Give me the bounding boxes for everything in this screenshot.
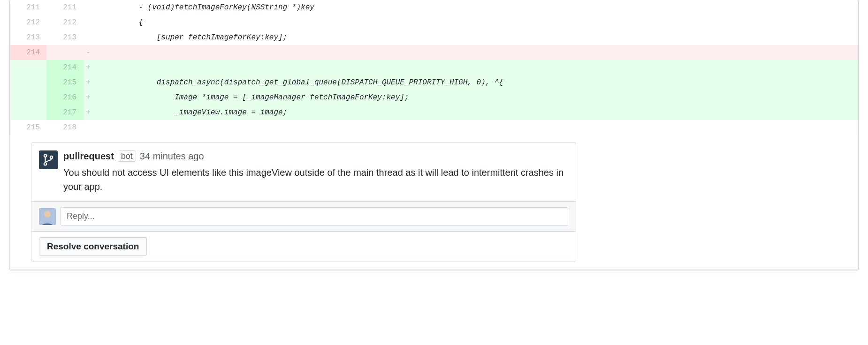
diff-panel: 211211 - (void)fetchImageForKey(NSString… <box>9 0 859 270</box>
old-line-number[interactable] <box>10 75 46 90</box>
code-line[interactable]: - (void)fetchImageForKey(NSString *)key <box>93 0 858 15</box>
user-avatar-icon <box>39 208 56 225</box>
code-line[interactable]: { <box>93 15 858 30</box>
old-line-number[interactable]: 213 <box>10 30 46 45</box>
diff-marker: + <box>83 105 93 120</box>
svg-point-4 <box>44 211 51 218</box>
avatar[interactable] <box>39 150 58 169</box>
diff-marker: + <box>83 90 93 105</box>
comment-header: pullrequest bot 34 minutes ago You shoul… <box>31 143 576 201</box>
comment-author[interactable]: pullrequest <box>63 151 114 162</box>
review-comment: pullrequest bot 34 minutes ago You shoul… <box>31 142 576 262</box>
new-line-number[interactable]: 218 <box>46 120 83 135</box>
old-line-number[interactable]: 211 <box>10 0 46 15</box>
diff-marker <box>83 30 93 45</box>
diff-table: 211211 - (void)fetchImageForKey(NSString… <box>10 0 858 135</box>
new-line-number[interactable]: 211 <box>46 0 83 15</box>
diff-row: 213213 [super fetchImageforKey:key]; <box>10 30 858 45</box>
code-line[interactable]: dispatch_async(dispatch_get_global_queue… <box>93 75 858 90</box>
diff-marker: - <box>83 45 93 60</box>
diff-marker <box>83 15 93 30</box>
svg-point-2 <box>50 156 53 158</box>
resolve-conversation-button[interactable]: Resolve conversation <box>39 237 147 256</box>
old-line-number[interactable] <box>10 105 46 120</box>
comment-body: You should not access UI elements like t… <box>63 165 568 194</box>
diff-row: 217+ _imageView.image = image; <box>10 105 858 120</box>
git-branch-icon <box>42 154 54 166</box>
diff-row: 214- <box>10 45 858 60</box>
reply-input[interactable] <box>61 207 568 225</box>
code-line[interactable] <box>93 120 858 135</box>
new-line-number[interactable] <box>46 45 83 60</box>
comment-area: pullrequest bot 34 minutes ago You shoul… <box>10 135 858 270</box>
diff-row: 212212 { <box>10 15 858 30</box>
old-line-number[interactable]: 212 <box>10 15 46 30</box>
old-line-number[interactable] <box>10 60 46 75</box>
diff-row: 215218 <box>10 120 858 135</box>
svg-point-1 <box>44 163 46 165</box>
diff-marker <box>83 0 93 15</box>
current-user-avatar[interactable] <box>39 208 56 225</box>
new-line-number[interactable]: 217 <box>46 105 83 120</box>
svg-point-0 <box>44 155 46 157</box>
diff-row: 215+ dispatch_async(dispatch_get_global_… <box>10 75 858 90</box>
code-line[interactable]: [super fetchImageforKey:key]; <box>93 30 858 45</box>
reply-section <box>31 201 576 231</box>
new-line-number[interactable]: 215 <box>46 75 83 90</box>
diff-row: 214+ <box>10 60 858 75</box>
new-line-number[interactable]: 216 <box>46 90 83 105</box>
old-line-number[interactable]: 215 <box>10 120 46 135</box>
code-line[interactable]: _imageView.image = image; <box>93 105 858 120</box>
diff-marker: + <box>83 75 93 90</box>
comment-timestamp[interactable]: 34 minutes ago <box>140 151 204 162</box>
code-line[interactable] <box>93 60 858 75</box>
bot-badge: bot <box>118 150 136 162</box>
new-line-number[interactable]: 214 <box>46 60 83 75</box>
diff-row: 216+ Image *image = [_imageManager fetch… <box>10 90 858 105</box>
diff-marker: + <box>83 60 93 75</box>
diff-marker <box>83 120 93 135</box>
old-line-number[interactable] <box>10 90 46 105</box>
resolve-section: Resolve conversation <box>31 231 576 262</box>
diff-row: 211211 - (void)fetchImageForKey(NSString… <box>10 0 858 15</box>
code-line[interactable]: Image *image = [_imageManager fetchImage… <box>93 90 858 105</box>
new-line-number[interactable]: 212 <box>46 15 83 30</box>
code-line[interactable] <box>93 45 858 60</box>
old-line-number[interactable]: 214 <box>10 45 46 60</box>
new-line-number[interactable]: 213 <box>46 30 83 45</box>
